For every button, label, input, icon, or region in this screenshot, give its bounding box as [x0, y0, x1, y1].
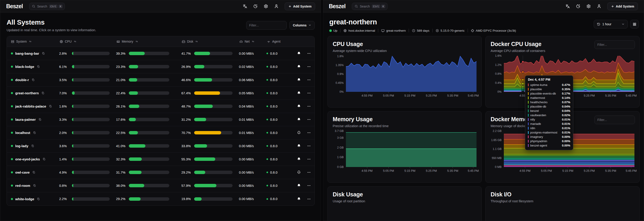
card-title: Disk Usage: [333, 191, 476, 198]
meter-track: [72, 131, 110, 134]
meter-fill: [194, 171, 205, 174]
languages-icon[interactable]: [243, 4, 247, 9]
agent-version: 0.8.0: [270, 52, 278, 55]
copy-icon[interactable]: [32, 171, 35, 174]
layout-grid-button[interactable]: [630, 20, 639, 29]
table-row[interactable]: one-eyed-jacks1.4%32.3%55.3%0.00 MB/s0.8…: [7, 153, 314, 166]
user-icon[interactable]: [597, 4, 601, 9]
table-row[interactable]: laura-palmer3.3%17.6%31.2%0.01 MB/s0.8.0: [7, 113, 314, 126]
copy-icon[interactable]: [37, 197, 40, 200]
copy-icon[interactable]: [42, 158, 46, 161]
beszel-logo: Beszel: [6, 3, 23, 10]
copy-icon[interactable]: [42, 52, 45, 55]
tooltip-row: ntfy0.01%: [528, 117, 570, 122]
column-header-memory[interactable]: Memory: [116, 40, 181, 43]
page-subtitle: Updated in real time. Click on a system …: [6, 28, 96, 32]
actions-cell: [306, 129, 314, 136]
ellipsis-menu-button[interactable]: [306, 50, 312, 57]
series-color-mark: [528, 101, 529, 104]
container-filter-input[interactable]: [594, 116, 635, 124]
cpu-cell: 3.5%: [59, 78, 116, 82]
system-name-cell: localhost: [7, 131, 59, 135]
add-system-button[interactable]: Add System: [285, 3, 315, 10]
ellipsis-menu-button[interactable]: [306, 77, 312, 83]
copy-icon[interactable]: [32, 78, 34, 81]
ellipsis-menu-button[interactable]: [306, 129, 312, 136]
ellipsis-menu-button[interactable]: [306, 169, 312, 176]
ellipsis-menu-button[interactable]: [306, 116, 312, 123]
table-row[interactable]: black-lodge6.1%23.3%26.9%0.02 MB/s0.8.0: [7, 60, 314, 73]
meter-fill: [129, 65, 138, 68]
bell-icon[interactable]: [296, 156, 302, 163]
time-range-select[interactable]: 1 hour: [594, 20, 628, 29]
memory-cell: 29.2%: [116, 197, 181, 201]
search-input[interactable]: Search CtrlK: [29, 3, 65, 10]
moon-star-icon[interactable]: [253, 4, 258, 9]
column-header-system[interactable]: System: [7, 40, 59, 43]
add-system-button[interactable]: Add System: [607, 3, 638, 10]
languages-icon[interactable]: [566, 4, 570, 9]
agent-status-dot: [266, 198, 268, 200]
copy-icon[interactable]: [42, 92, 44, 95]
disk-cell: 46.6%: [181, 78, 239, 82]
copy-icon[interactable]: [49, 105, 52, 108]
ellipsis-menu-button[interactable]: [306, 103, 312, 110]
actions-cell: [306, 156, 314, 163]
column-header-net[interactable]: Net: [239, 40, 266, 43]
meter-fill: [129, 105, 139, 108]
gear-icon[interactable]: [586, 4, 591, 9]
bell-icon[interactable]: [296, 143, 302, 149]
alerts-cell: [296, 129, 306, 136]
bell-icon[interactable]: [296, 77, 302, 83]
ellipsis-menu-button[interactable]: [306, 63, 312, 70]
gear-icon[interactable]: [264, 4, 268, 9]
container-filter-input[interactable]: [594, 40, 635, 49]
ellipsis-menu-button[interactable]: [306, 143, 312, 149]
y-axis-labels: 1.8%1.35%0.9%0.45%0%: [333, 56, 346, 92]
meta-item: great-northern: [381, 29, 406, 32]
bell-icon[interactable]: [296, 50, 302, 57]
bell-icon[interactable]: [296, 116, 302, 123]
table-row[interactable]: great-northern7.0%22.4%67.4%0.05 MB/s0.8…: [7, 87, 314, 100]
tooltip-row: plausible0.35%: [528, 87, 570, 91]
copy-icon[interactable]: [38, 118, 42, 121]
table-row[interactable]: double-r3.5%21.0%46.6%0.06 MB/s0.8.0: [7, 73, 314, 87]
ellipsis-menu-button[interactable]: [306, 90, 312, 97]
meter-track: [72, 105, 110, 108]
status-dot: [11, 92, 13, 94]
ellipsis-menu-button[interactable]: [306, 182, 312, 189]
chart-plot-area[interactable]: [346, 56, 476, 92]
column-header-disk[interactable]: Disk: [181, 40, 239, 43]
chart-plot-area[interactable]: [346, 131, 476, 167]
chevron-down-icon: [622, 23, 625, 26]
bell-icon[interactable]: [296, 195, 302, 202]
search-input[interactable]: Search CtrlK: [352, 3, 388, 10]
table-row[interactable]: white-lodge2.2%29.2%19.8%0.00 MB/s0.8.0: [7, 192, 314, 205]
table-row[interactable]: localhost2.0%22.5%70.7%0.01 MB/s0.8.0: [7, 126, 314, 139]
ellipsis-menu-button[interactable]: [306, 156, 312, 163]
bell-outline-icon[interactable]: [296, 129, 302, 136]
memory-usage-chart[interactable]: 3.7 GB3 GB2 GB1 GB0 GB4:55 PM5:05 PM5:15…: [333, 131, 476, 174]
agent-cell: 0.8.0: [266, 105, 296, 108]
ellipsis-menu-button[interactable]: [306, 195, 312, 202]
columns-button[interactable]: Columns: [290, 21, 315, 30]
bell-icon[interactable]: [296, 182, 302, 189]
table-row[interactable]: log-lady3.6%41.0%33.8%0.00 MB/s0.8.0: [7, 139, 314, 153]
column-header-cpu[interactable]: CPU: [59, 40, 116, 43]
bell-icon[interactable]: [296, 103, 302, 110]
table-row[interactable]: owl-cave4.9%31.7%29.2%0.00 MB/s0.8.0: [7, 166, 314, 179]
bell-icon[interactable]: [296, 63, 302, 70]
user-icon[interactable]: [274, 4, 278, 9]
cpu-usage-chart[interactable]: 1.8%1.35%0.9%0.45%0%4:55 PM5:05 PM5:15 P…: [333, 56, 476, 99]
table-row[interactable]: jack-rabbits-palace1.6%26.1%48.7%0.04 MB…: [7, 100, 314, 113]
table-row[interactable]: red-room0.8%38.0%57.9%0.00 MB/s0.8.0: [7, 179, 314, 192]
copy-icon[interactable]: [37, 65, 40, 68]
moon-star-icon[interactable]: [576, 4, 580, 9]
bell-icon[interactable]: [296, 90, 302, 97]
copy-icon[interactable]: [33, 184, 36, 187]
bell-outline-icon[interactable]: [296, 169, 302, 176]
copy-icon[interactable]: [33, 131, 36, 134]
table-filter-input[interactable]: [246, 21, 287, 30]
copy-icon[interactable]: [31, 144, 34, 147]
table-row[interactable]: bang-bang-bar2.8%39.3%41.7%0.00 MB/s0.8.…: [7, 47, 314, 60]
